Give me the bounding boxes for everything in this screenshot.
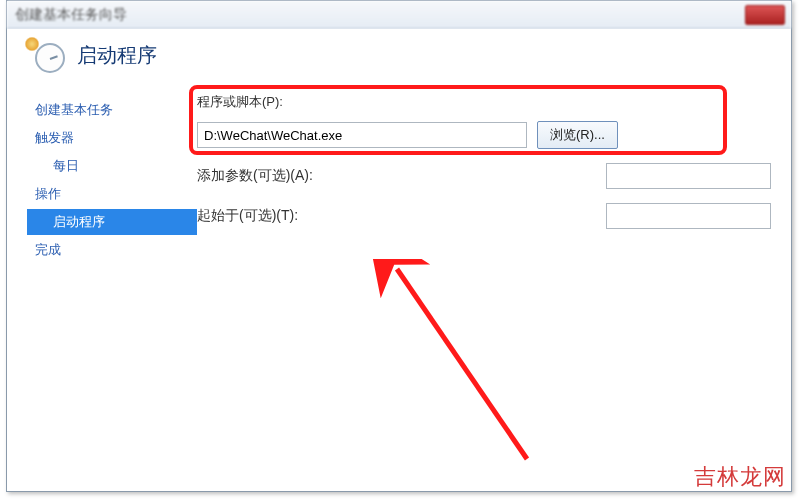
wizard-dialog: 创建基本任务向导 启动程序 创建基本任务 触发器 每日 操作 启动程序 完成 [6,0,792,492]
titlebar: 创建基本任务向导 [7,1,791,29]
sidebar-item-start-program[interactable]: 启动程序 [27,209,197,235]
arguments-label: 添加参数(可选)(A): [197,167,337,185]
startin-input[interactable] [606,203,771,229]
program-script-section: 程序或脚本(P): 浏览(R)... [197,93,771,149]
wizard-body: 创建基本任务 触发器 每日 操作 启动程序 完成 程序或脚本(P): 浏览(R)… [7,91,791,265]
window-title: 创建基本任务向导 [15,6,127,24]
startin-label: 起始于(可选)(T): [197,207,337,225]
wizard-header: 启动程序 [7,29,791,91]
task-scheduler-icon [25,37,65,73]
annotation-arrow-icon [337,259,557,479]
wizard-main-panel: 程序或脚本(P): 浏览(R)... 添加参数(可选)(A): 起始于(可选)(… [197,91,771,265]
wizard-steps-sidebar: 创建基本任务 触发器 每日 操作 启动程序 完成 [27,91,197,265]
program-path-row: 浏览(R)... [197,121,771,149]
svg-line-1 [397,269,527,459]
watermark-text: 吉林龙网 [694,462,786,492]
sidebar-item-trigger[interactable]: 触发器 [27,125,197,151]
sidebar-item-create-basic-task[interactable]: 创建基本任务 [27,97,197,123]
page-title: 启动程序 [77,42,157,69]
sidebar-item-finish[interactable]: 完成 [27,237,197,263]
dialog-content: 启动程序 创建基本任务 触发器 每日 操作 启动程序 完成 程序或脚本(P): … [7,29,791,491]
browse-button[interactable]: 浏览(R)... [537,121,618,149]
sidebar-item-action[interactable]: 操作 [27,181,197,207]
program-path-input[interactable] [197,122,527,148]
arguments-row: 添加参数(可选)(A): [197,163,771,189]
close-button[interactable] [745,5,785,25]
startin-row: 起始于(可选)(T): [197,203,771,229]
program-script-label: 程序或脚本(P): [197,93,771,111]
sidebar-item-daily[interactable]: 每日 [27,153,197,179]
arguments-input[interactable] [606,163,771,189]
